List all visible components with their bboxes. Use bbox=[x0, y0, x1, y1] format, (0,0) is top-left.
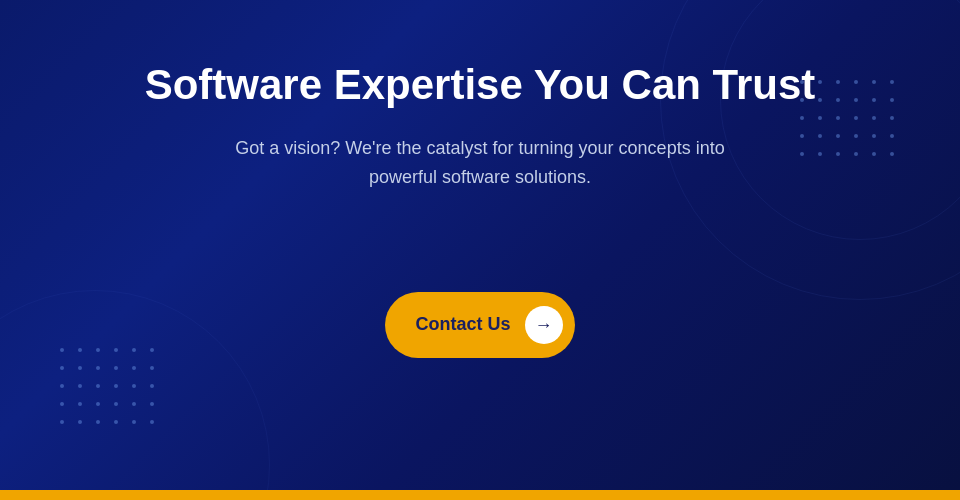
dot bbox=[854, 80, 858, 84]
dot bbox=[150, 348, 154, 352]
hero-title: Software Expertise You Can Trust bbox=[145, 60, 816, 110]
dot bbox=[854, 116, 858, 120]
dot bbox=[78, 366, 82, 370]
dot bbox=[78, 420, 82, 424]
dot bbox=[150, 384, 154, 388]
hero-section: Software Expertise You Can Trust Got a v… bbox=[0, 0, 960, 490]
dot bbox=[890, 80, 894, 84]
dot bbox=[96, 384, 100, 388]
dot bbox=[836, 98, 840, 102]
dot bbox=[818, 98, 822, 102]
dot bbox=[114, 366, 118, 370]
dot bbox=[800, 134, 804, 138]
cta-arrow-circle: → bbox=[525, 306, 563, 344]
dot bbox=[818, 134, 822, 138]
dots-bottom-left bbox=[60, 348, 160, 430]
dot bbox=[150, 366, 154, 370]
dot bbox=[836, 152, 840, 156]
dot bbox=[114, 420, 118, 424]
dot bbox=[854, 98, 858, 102]
dot bbox=[818, 116, 822, 120]
dot bbox=[890, 152, 894, 156]
dot bbox=[890, 116, 894, 120]
dot bbox=[96, 366, 100, 370]
dot bbox=[836, 134, 840, 138]
page-wrapper: Software Expertise You Can Trust Got a v… bbox=[0, 0, 960, 500]
dot bbox=[872, 80, 876, 84]
dot bbox=[854, 134, 858, 138]
dot bbox=[60, 348, 64, 352]
hero-subtitle: Got a vision? We're the catalyst for tur… bbox=[200, 134, 760, 192]
dot bbox=[890, 134, 894, 138]
dot bbox=[818, 152, 822, 156]
dot bbox=[60, 366, 64, 370]
dot bbox=[96, 420, 100, 424]
contact-us-button[interactable]: Contact Us → bbox=[385, 292, 574, 358]
dot bbox=[132, 348, 136, 352]
dot bbox=[60, 420, 64, 424]
dot bbox=[872, 116, 876, 120]
dot bbox=[800, 116, 804, 120]
dot bbox=[150, 402, 154, 406]
dot bbox=[78, 402, 82, 406]
dot bbox=[890, 98, 894, 102]
dot bbox=[800, 152, 804, 156]
dot bbox=[836, 116, 840, 120]
bottom-accent-bar bbox=[0, 490, 960, 500]
dot bbox=[78, 384, 82, 388]
dot bbox=[872, 152, 876, 156]
dot bbox=[854, 152, 858, 156]
dot bbox=[836, 80, 840, 84]
dot bbox=[150, 420, 154, 424]
dot bbox=[132, 366, 136, 370]
dot bbox=[60, 402, 64, 406]
dot bbox=[96, 348, 100, 352]
arrow-icon: → bbox=[535, 316, 553, 334]
dot bbox=[818, 80, 822, 84]
dot bbox=[132, 384, 136, 388]
cta-button-label: Contact Us bbox=[415, 314, 510, 335]
dot bbox=[114, 348, 118, 352]
dot bbox=[96, 402, 100, 406]
dot bbox=[78, 348, 82, 352]
dot bbox=[114, 402, 118, 406]
dot bbox=[872, 134, 876, 138]
dot bbox=[872, 98, 876, 102]
dot bbox=[60, 384, 64, 388]
dot bbox=[132, 402, 136, 406]
dot bbox=[132, 420, 136, 424]
dot bbox=[114, 384, 118, 388]
